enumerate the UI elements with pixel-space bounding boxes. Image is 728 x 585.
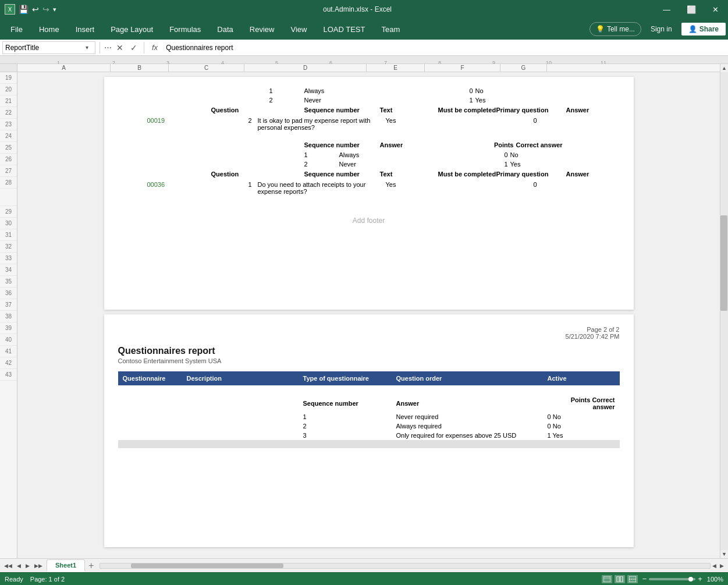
share-button[interactable]: 👤 Share <box>681 23 726 36</box>
sheet-next-btn[interactable]: ▶ <box>24 562 31 570</box>
menu-page-layout[interactable]: Page Layout <box>102 22 161 37</box>
svg-rect-2 <box>617 576 619 582</box>
table-row-35 <box>118 448 620 456</box>
cancel-formula-button[interactable]: ✕ <box>114 43 126 52</box>
vertical-scrollbar[interactable]: ▲ ▼ <box>720 64 728 558</box>
grid-scroll[interactable]: A B C D E F G 1 Always 0 No 2 <box>17 64 720 558</box>
row-35: 35 <box>0 276 17 288</box>
table-row-29 <box>118 385 620 395</box>
undo-icon[interactable]: ↩ <box>32 5 39 14</box>
cell-33-answer: Only required for expenses above 25 USD <box>392 431 543 440</box>
row-32: 32 <box>0 241 17 253</box>
zoom-slider-thumb[interactable] <box>688 577 693 582</box>
scroll-up-button[interactable]: ▲ <box>720 64 728 72</box>
menu-load-test[interactable]: LOAD TEST <box>315 22 373 37</box>
minimize-button[interactable]: — <box>658 3 675 16</box>
restore-button[interactable]: ⬜ <box>682 3 701 16</box>
close-button[interactable]: ✕ <box>708 3 723 16</box>
menu-review[interactable]: Review <box>242 22 283 37</box>
scroll-thumb[interactable] <box>720 215 727 311</box>
scroll-right-arrow[interactable]: ▶ <box>718 563 726 569</box>
cell-e19: 0 <box>427 87 473 94</box>
cell-f28 <box>432 181 502 196</box>
name-box-dropdown[interactable]: ▾ <box>86 44 88 51</box>
data-row-20: 2 Never 1 Yes <box>118 95 620 105</box>
zoom-in-button[interactable]: + <box>698 575 702 583</box>
page-layout-view-icon[interactable] <box>615 575 625 583</box>
title-bar-left: X 💾 ↩ ↪ ▾ <box>5 4 56 15</box>
tell-me-label: Tell me... <box>607 25 635 33</box>
row-25: 25 <box>0 142 17 154</box>
cell-e25: 0 <box>461 151 508 158</box>
menu-insert[interactable]: Insert <box>68 22 103 37</box>
main-area: 19 20 21 22 23 24 25 26 27 28 29 30 31 3… <box>0 64 728 558</box>
sheet-prev-btn[interactable]: ◀ <box>15 562 23 570</box>
name-box[interactable]: ReportTitle <box>3 41 84 54</box>
row-28: 28 <box>0 177 17 189</box>
cell-a19 <box>118 87 211 94</box>
scroll-down-button[interactable]: ▼ <box>720 550 728 558</box>
formula-bar: ReportTitle ▾ ⋯ ✕ ✓ fx <box>0 40 728 56</box>
menu-data[interactable]: Data <box>209 22 241 37</box>
th-active: Active <box>543 371 620 385</box>
add-sheet-button[interactable]: + <box>85 561 97 571</box>
page-break-view-icon[interactable] <box>627 575 638 583</box>
cell-a24 <box>118 141 211 148</box>
col-a-header[interactable]: A <box>17 64 111 72</box>
formula-bar-dots[interactable]: ⋯ <box>104 43 112 52</box>
cell-c20: 2 <box>269 97 304 104</box>
sign-in-button[interactable]: Sign in <box>646 23 677 36</box>
scroll-track[interactable] <box>720 72 728 550</box>
row-30: 30 <box>0 218 17 229</box>
col-d-header[interactable]: D <box>244 64 367 72</box>
confirm-formula-button[interactable]: ✓ <box>128 43 140 52</box>
status-bar: Ready Page: 1 of 2 − + 100% <box>0 572 728 585</box>
cell-b21: Question <box>211 107 304 114</box>
cell-row29 <box>118 385 620 395</box>
col-e-header[interactable]: E <box>367 64 425 72</box>
scroll-left-arrow[interactable]: ◀ <box>711 563 718 569</box>
zoom-slider[interactable] <box>649 578 695 580</box>
cell-e21: Must be completed <box>438 107 496 114</box>
menu-team[interactable]: Team <box>373 22 408 37</box>
cell-b24 <box>211 141 304 148</box>
cell-f19: No <box>473 87 549 94</box>
customize-icon[interactable]: ▾ <box>53 6 56 13</box>
cell-31-a <box>118 412 299 421</box>
sheet-tab-sheet1[interactable]: Sheet1 <box>47 559 85 572</box>
cell-f21: Primary question <box>496 107 566 114</box>
col-f-header[interactable]: F <box>425 64 500 72</box>
cell-d25: Always <box>339 151 461 158</box>
formula-input[interactable] <box>164 44 726 52</box>
tell-me-box[interactable]: 💡 Tell me... <box>589 22 641 36</box>
cell-f25: No <box>508 151 584 158</box>
sheet-last-btn[interactable]: ▶▶ <box>33 562 44 570</box>
th-question-order: Question order <box>392 371 543 385</box>
col-c-header[interactable]: C <box>169 64 244 72</box>
menu-file[interactable]: File <box>2 22 31 37</box>
cell-36 <box>118 456 620 465</box>
menu-view[interactable]: View <box>282 22 315 37</box>
row-29: 29 <box>0 206 17 218</box>
menu-formulas[interactable]: Formulas <box>161 22 209 37</box>
menu-home[interactable]: Home <box>31 22 68 37</box>
col-b-header[interactable]: B <box>111 64 169 72</box>
cell-32-seq: 2 <box>299 421 392 431</box>
save-icon[interactable]: 💾 <box>19 5 29 14</box>
cell-31-answer: Never required <box>392 412 543 421</box>
horizontal-scrollbar[interactable] <box>100 563 711 569</box>
horizontal-scroll-thumb[interactable] <box>131 563 283 568</box>
zoom-out-button[interactable]: − <box>642 575 647 583</box>
cell-d21: Text <box>380 107 438 114</box>
sheet-first-btn[interactable]: ◀◀ <box>2 562 14 570</box>
row-39: 39 <box>0 322 17 334</box>
lightbulb-icon: 💡 <box>596 25 605 33</box>
cell-b22: 00019 <box>147 117 217 132</box>
col-g-header[interactable]: G <box>500 64 547 72</box>
add-footer[interactable]: Add footer <box>118 212 620 229</box>
redo-icon[interactable]: ↪ <box>42 5 49 14</box>
page-2: Page 2 of 2 5/21/2020 7:42 PM Questionna… <box>104 314 634 547</box>
data-row-21-header: Question Sequence number Text Must be co… <box>118 105 620 115</box>
normal-view-icon[interactable] <box>602 575 612 583</box>
th-description: Description <box>182 371 299 385</box>
